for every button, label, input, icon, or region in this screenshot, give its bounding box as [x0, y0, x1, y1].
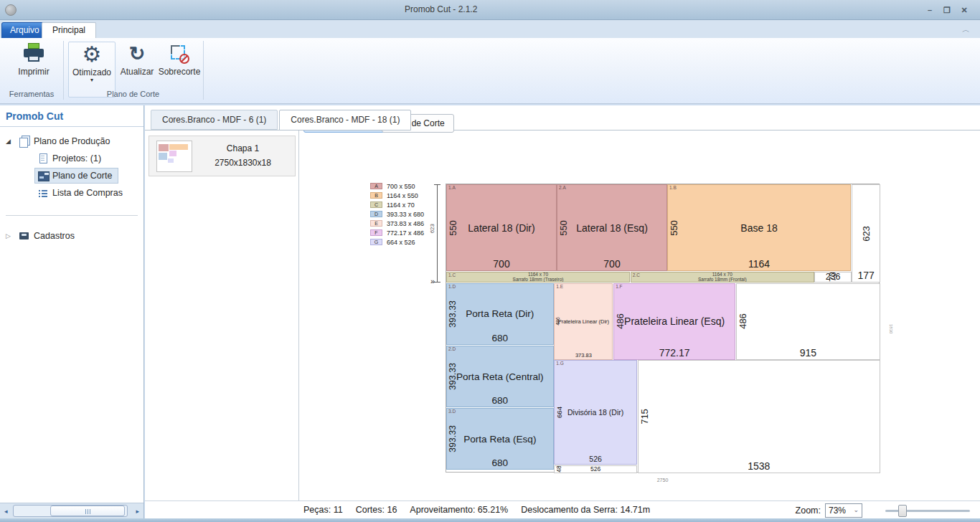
close-button[interactable]: ✕: [957, 5, 971, 16]
sheet-dimensions: 2750x1830x18: [194, 158, 292, 168]
piece-2.C: 2.C1164 x 70Sarrafo 18mm (Frontal): [631, 272, 814, 283]
piece-width-label: 700: [557, 258, 666, 270]
legend-row: G664 x 526: [370, 237, 424, 247]
cutting-diagram: 623 » 2750 1830 1.ALateral 18 (Dir)55070…: [446, 184, 880, 473]
legend-size: 772.17 x 486: [387, 229, 424, 237]
tree-item-highlight: Plano de Corte: [34, 168, 118, 184]
strip-size: 1164 x 70: [712, 272, 732, 277]
sheet-card[interactable]: Chapa 1 2750x1830x18: [149, 136, 296, 176]
expander-collapsed-icon[interactable]: ▷: [6, 232, 16, 239]
zoom-slider-thumb[interactable]: [898, 505, 907, 517]
ribbon: Imprimir ⚙ Otimizado ▾ ↻ Atualizar Sobre…: [0, 38, 980, 104]
dimension-line: [437, 184, 438, 283]
status-items: Peças: 11Cortes: 16Aproveitamento: 65.21…: [303, 505, 663, 515]
navigation-tree-bottom: ▷Cadastros: [0, 227, 143, 245]
content-tab[interactable]: Cores.Branco - MDF - 6 (1): [151, 110, 278, 130]
legend-size: 373.83 x 486: [387, 220, 424, 227]
piece-1.D: 1.DPorta Reta (Dir)393.33680: [446, 283, 554, 346]
zoom-label: Zoom:: [796, 506, 821, 516]
piece-height-label: 393.33: [448, 300, 458, 328]
sobrecorte-button[interactable]: Sobrecorte: [157, 42, 202, 77]
zoom-select[interactable]: 73% ⌄: [825, 503, 862, 518]
dimension-label: 623: [429, 224, 435, 233]
ribbon-tab-arquivo[interactable]: Arquivo: [1, 22, 48, 38]
sidebar-item-plano-de-corte[interactable]: Plano de Corte: [0, 167, 143, 184]
app-window: Promob Cut - 2.1.2 – ❐ ✕ Arquivo Princip…: [0, 0, 980, 522]
piece-1.B: 1.BBase 185501164: [667, 184, 851, 271]
waste-width-label: 1538: [639, 460, 880, 472]
piece-height-label: 550: [558, 220, 569, 235]
dropdown-arrow-icon: ▾: [69, 77, 115, 83]
sidebar-item-plano-de-produ-o[interactable]: ◢Plano de Produção: [0, 133, 143, 150]
legend-row: C1164 x 70: [370, 200, 424, 209]
expander-expanded-icon[interactable]: ◢: [6, 138, 16, 145]
sheet-card-text: Chapa 1 2750x1830x18: [194, 143, 292, 168]
legend-size: 1164 x 550: [387, 192, 418, 199]
piece-name: Prateleira Linear (Dir): [555, 284, 612, 359]
printer-icon: [6, 42, 62, 66]
window-title: Promob Cut - 2.1.2: [405, 4, 477, 14]
restore-button[interactable]: ❐: [940, 5, 954, 16]
piece-legend: A700 x 550B1164 x 550C1164 x 70D393.33 x…: [370, 181, 424, 247]
legend-row: B1164 x 550: [370, 191, 424, 200]
tree-item-label: Plano de Corte: [52, 171, 112, 181]
piece-width-label: 700: [447, 258, 556, 270]
strip-text: 1164 x 70Sarrafo 18mm (Traseiro): [447, 272, 629, 282]
scrollbar-track[interactable]: [13, 505, 128, 517]
legend-swatch-F: F: [370, 229, 382, 236]
atualizar-button[interactable]: ↻ Atualizar: [117, 42, 157, 77]
tree-item-label: Projetos: (1): [52, 153, 101, 163]
sidebar-horizontal-scrollbar[interactable]: ◂ ▸: [0, 503, 143, 518]
minimize-button[interactable]: –: [923, 5, 937, 16]
imprimir-button[interactable]: Imprimir: [6, 42, 62, 77]
sidebar-item-cadastros[interactable]: ▷Cadastros: [0, 227, 143, 245]
waste-width-label: 236: [815, 272, 850, 282]
strip-text: 1164 x 70Sarrafo 18mm (Frontal): [631, 272, 814, 282]
tree-item-highlight: Cadastros: [16, 228, 81, 244]
piece-width-label: 772.17: [614, 347, 735, 359]
shopping-list-icon: [37, 187, 49, 199]
piece-height-label: 393.33: [448, 425, 458, 452]
legend-swatch-C: C: [370, 201, 382, 208]
cut-plan-icon: [37, 170, 49, 181]
legend-swatch-A: A: [370, 183, 382, 189]
tree-item-highlight: Projetos: (1): [34, 151, 108, 166]
ribbon-tab-row: Arquivo Principal ︿: [0, 20, 980, 38]
main-content: Cores.Branco - MDF - 6 (1)Cores.Branco -…: [145, 105, 980, 518]
piece-height-label: 550: [448, 220, 458, 235]
scroll-left-icon[interactable]: ◂: [4, 508, 8, 515]
collapse-ribbon-icon[interactable]: ︿: [962, 24, 970, 35]
waste-width-label: 177: [852, 270, 880, 281]
legend-size: 664 x 526: [387, 239, 415, 246]
scroll-right-icon[interactable]: ▸: [136, 508, 139, 515]
saw-blade-icon: ⚙: [69, 42, 115, 67]
legend-size: 1164 x 70: [387, 201, 415, 209]
scrollbar-thumb[interactable]: [50, 506, 125, 516]
sidebar-title: Promob Cut: [0, 105, 143, 127]
production-plan-icon: [19, 136, 30, 147]
legend-row: E373.83 x 486: [370, 219, 424, 228]
piece-width-label: 526: [555, 455, 636, 463]
title-bar: Promob Cut - 2.1.2 – ❐ ✕: [0, 0, 980, 20]
legend-swatch-G: G: [370, 239, 382, 245]
piece-2.A: 2.ALateral 18 (Esq)550700: [557, 184, 667, 271]
status-item: Aproveitamento: 65.21%: [410, 505, 508, 515]
zoom-slider[interactable]: [885, 503, 970, 518]
sheet-name: Chapa 1: [194, 143, 292, 153]
piece-height-label: 664: [555, 407, 563, 418]
sidebar-item-lista-de-compras[interactable]: Lista de Compras: [0, 184, 143, 201]
piece-width-label: 680: [447, 457, 553, 468]
piece-1.F: 1.FPrateleira Linear (Esq)486772.17: [613, 283, 735, 360]
window-bottom-edge: [0, 518, 980, 522]
ribbon-tab-principal[interactable]: Principal: [42, 22, 96, 39]
legend-swatch-D: D: [370, 211, 382, 217]
waste-area: 486915: [736, 283, 880, 360]
tree-separator: [6, 215, 138, 216]
sidebar-item-projetos-1-[interactable]: Projetos: (1): [0, 150, 143, 167]
piece-width-label: 373.83: [555, 352, 612, 359]
content-tab[interactable]: Cores.Branco - MDF - 18 (1): [279, 110, 411, 130]
piece-name: Divisória 18 (Dir): [555, 361, 636, 464]
piece-width-label: 680: [447, 395, 553, 406]
piece-1.A: 1.ALateral 18 (Dir)550700: [446, 184, 557, 271]
overcut-icon: [157, 42, 202, 66]
